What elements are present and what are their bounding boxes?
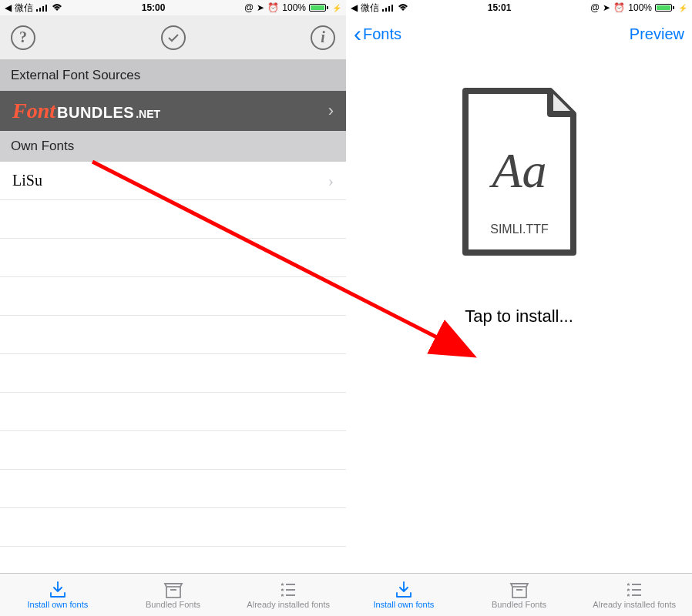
svg-rect-9 (385, 8, 387, 12)
battery-percent: 100% (628, 2, 652, 13)
battery-percent: 100% (282, 2, 306, 13)
tab-label: Bundled Fonts (492, 600, 546, 609)
status-bar: ◀ 微信 15:00 @ ➤ ⏰ 100% ⚡ (0, 0, 346, 15)
list-item (0, 431, 346, 470)
charging-icon: ⚡ (678, 4, 687, 12)
phone-right: ◀ 微信 15:01 @ ➤ ⏰ 100% ⚡ (346, 0, 692, 616)
back-button[interactable]: ‹ Fonts (354, 22, 401, 45)
download-icon (394, 581, 414, 598)
tab-install-own-fonts[interactable]: Install own fonts (0, 581, 116, 609)
list-item (0, 470, 346, 508)
status-time: 15:00 (142, 2, 166, 13)
fontbundles-row[interactable]: Font BUNDLES .NET › (0, 91, 346, 131)
status-bar: ◀ 微信 15:01 @ ➤ ⏰ 100% ⚡ (346, 0, 692, 15)
svg-rect-8 (382, 9, 384, 12)
fontbundles-logo: Font BUNDLES .NET (12, 99, 160, 123)
tab-label: Already installed fonts (247, 600, 330, 609)
check-button[interactable] (161, 25, 186, 50)
tab-install-own-fonts[interactable]: Install own fonts (346, 581, 462, 609)
list-stars-icon: ★★★ (624, 581, 644, 598)
preview-button[interactable]: Preview (630, 25, 684, 43)
svg-text:★: ★ (626, 593, 630, 598)
tap-to-install-label[interactable]: Tap to install... (465, 306, 573, 326)
at-icon: @ (590, 2, 600, 13)
battery-icon (309, 4, 328, 12)
carrier-label: 微信 (15, 2, 33, 15)
tab-bar: Install own fonts Bundled Fonts ★★★ Alre… (0, 573, 346, 616)
nav-bar: ‹ Fonts Preview (346, 15, 692, 52)
svg-rect-2 (42, 6, 44, 12)
svg-rect-3 (45, 5, 47, 12)
download-icon (48, 581, 68, 598)
svg-rect-11 (391, 5, 393, 12)
svg-text:Aa: Aa (489, 143, 546, 198)
info-button[interactable]: i (311, 25, 335, 50)
font-file-icon[interactable]: Aa SIMLI.TTF (450, 83, 589, 260)
svg-text:★: ★ (280, 593, 284, 598)
svg-rect-1 (39, 8, 41, 12)
toolbar: ? i (0, 15, 346, 60)
tab-label: Bundled Fonts (146, 600, 200, 609)
tab-already-installed[interactable]: ★★★ Already installed fonts (576, 581, 692, 609)
list-item (0, 393, 346, 431)
at-icon: @ (244, 2, 254, 13)
chevron-left-icon: ‹ (354, 22, 361, 45)
battery-icon (655, 4, 674, 12)
phone-left: ◀ 微信 15:00 @ ➤ ⏰ 100% ⚡ (0, 0, 346, 616)
chevron-right-icon: › (328, 101, 334, 121)
svg-rect-10 (388, 6, 390, 12)
preview-content: Aa SIMLI.TTF Tap to install... (346, 52, 692, 573)
svg-rect-4 (166, 587, 180, 598)
chevron-right-icon: › (328, 171, 334, 191)
carrier-label: 微信 (361, 2, 379, 15)
svg-text:★: ★ (280, 588, 284, 592)
font-list: LiSu › (0, 162, 346, 573)
back-square-icon: ◀ (351, 2, 358, 13)
wifi-icon (398, 4, 408, 12)
list-stars-icon: ★★★ (278, 581, 298, 598)
svg-text:★: ★ (280, 582, 284, 587)
list-item (0, 354, 346, 393)
font-name: LiSu (12, 172, 42, 189)
box-icon (163, 581, 183, 598)
back-label: Fonts (363, 25, 401, 43)
svg-text:★: ★ (626, 582, 630, 587)
svg-rect-14 (512, 587, 526, 598)
tab-bar: Install own fonts Bundled Fonts ★★★ Alre… (346, 573, 692, 616)
alarm-icon: ⏰ (267, 2, 279, 13)
back-square-icon: ◀ (5, 2, 12, 13)
box-icon (509, 581, 529, 598)
font-row-lisu[interactable]: LiSu › (0, 162, 346, 200)
wifi-icon (52, 4, 62, 12)
tab-label: Install own fonts (373, 600, 434, 609)
signal-icon (36, 4, 49, 12)
list-item (0, 508, 346, 547)
section-own-fonts: Own Fonts (0, 131, 346, 162)
list-item (0, 239, 346, 277)
status-time: 15:01 (488, 2, 512, 13)
svg-rect-0 (36, 9, 38, 12)
tab-already-installed[interactable]: ★★★ Already installed fonts (230, 581, 346, 609)
svg-text:SIMLI.TTF: SIMLI.TTF (490, 223, 549, 236)
tab-bundled-fonts[interactable]: Bundled Fonts (116, 581, 231, 609)
alarm-icon: ⏰ (613, 2, 625, 13)
list-item (0, 277, 346, 316)
tab-bundled-fonts[interactable]: Bundled Fonts (462, 581, 577, 609)
tab-label: Install own fonts (27, 600, 88, 609)
section-external-fonts: External Font Sources (0, 60, 346, 91)
svg-text:★: ★ (626, 588, 630, 592)
signal-icon (382, 4, 395, 12)
list-item (0, 200, 346, 239)
tab-label: Already installed fonts (593, 600, 676, 609)
charging-icon: ⚡ (332, 4, 341, 12)
location-icon: ➤ (257, 2, 264, 13)
location-icon: ➤ (603, 2, 610, 13)
help-button[interactable]: ? (11, 25, 35, 50)
list-item (0, 316, 346, 354)
